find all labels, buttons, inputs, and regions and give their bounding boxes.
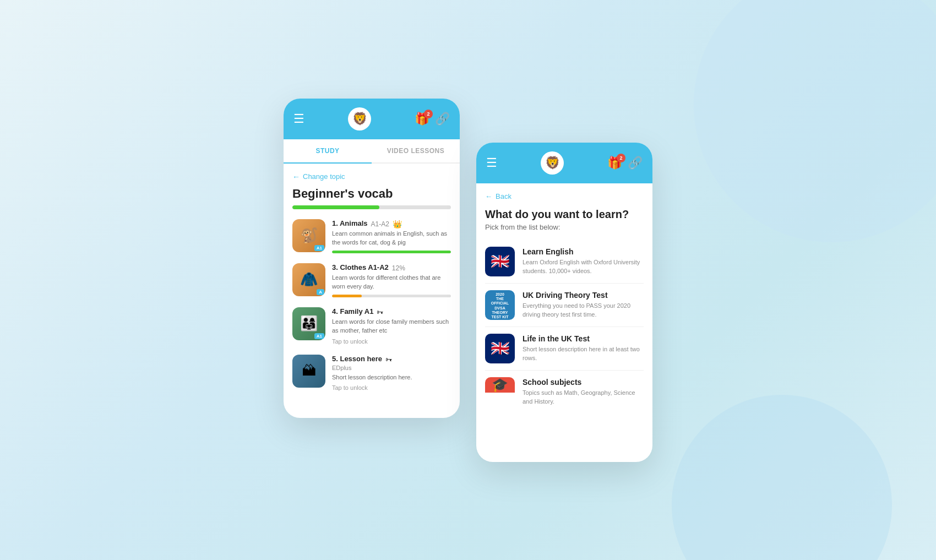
topic-info-life-uk: Life in the UK Test Short lesson descrip… bbox=[523, 334, 644, 363]
topic-item-school[interactable]: 🎓 School subjects Topics such as Math, G… bbox=[485, 371, 644, 414]
main-progress-bar bbox=[292, 205, 451, 209]
back-link[interactable]: ← Back bbox=[485, 192, 644, 200]
back-arrow-icon-right: ← bbox=[485, 192, 492, 200]
lesson-item-family[interactable]: 👨‍👩‍👧 A1 4. Family A1 🗝 Learn words for … bbox=[292, 307, 451, 345]
tab-study[interactable]: STUDY bbox=[284, 139, 372, 164]
school-thumb-visual: 🎓 bbox=[485, 377, 515, 393]
lesson-progress-clothes bbox=[332, 295, 451, 297]
uk-flag-1 bbox=[485, 247, 515, 276]
back-arrow-icon: ← bbox=[292, 172, 300, 181]
trophy-icon: 👑 bbox=[393, 220, 402, 229]
screens-container: ☰ 🦁 🎁 2 🔗 STUDY VIDEO LESSONS ← Change t… bbox=[284, 99, 652, 462]
lesson-desc-animals: Learn common animals in English, such as… bbox=[332, 229, 451, 247]
topic-info-school: School subjects Topics such as Math, Geo… bbox=[523, 378, 644, 406]
lesson-desc-family: Learn words for close family members suc… bbox=[332, 317, 451, 335]
topic-title: Beginner's vocab bbox=[292, 187, 451, 201]
right-content: ← Back What do you want to learn? Pick f… bbox=[476, 183, 652, 422]
right-phone: ☰ 🦁 🎁 2 🔗 ← Back What do you want to lea… bbox=[476, 143, 652, 462]
lesson-desc-5: Short lesson description here. bbox=[332, 373, 451, 382]
lesson-progress-animals bbox=[332, 251, 451, 253]
header-right: 🎁 2 🔗 bbox=[415, 112, 450, 126]
topic-thumb-driving: 2020 THE OFFICIAL DVSA THEORY TEST KIT bbox=[485, 290, 515, 320]
topic-thumb-school: 🎓 bbox=[485, 377, 515, 407]
topic-item-driving[interactable]: 2020 THE OFFICIAL DVSA THEORY TEST KIT U… bbox=[485, 284, 644, 327]
lesson-info-5: 5. Lesson here 🗝 EDplus Short lesson des… bbox=[332, 355, 451, 392]
driving-thumb-visual: 2020 THE OFFICIAL DVSA THEORY TEST KIT bbox=[485, 290, 515, 320]
what-title: What do you want to learn? bbox=[485, 208, 644, 221]
topic-item-learn-english[interactable]: Learn English Learn Oxford English with … bbox=[485, 240, 644, 284]
lesson-number-5: 5. Lesson here bbox=[332, 355, 382, 363]
tap-unlock-5: Tap to unlock bbox=[332, 384, 451, 391]
level-badge-a1: A1 bbox=[314, 245, 324, 251]
lesson-number-4: 4. Family A1 bbox=[332, 307, 373, 316]
tab-bar: STUDY VIDEO LESSONS bbox=[284, 139, 460, 164]
topic-thumb-life-uk bbox=[485, 334, 515, 363]
topic-name-school: School subjects bbox=[523, 378, 644, 387]
lesson-title-row-clothes: 3. Clothes A1-A2 12% bbox=[332, 263, 451, 273]
uk-flag-2 bbox=[485, 334, 515, 363]
lesson-thumb-5: 🏔 bbox=[292, 355, 325, 388]
lesson-title-row-family: 4. Family A1 🗝 bbox=[332, 307, 451, 317]
right-menu-icon[interactable]: ☰ bbox=[486, 156, 497, 170]
topic-info-driving: UK Driving Theory Test Everything you ne… bbox=[523, 291, 644, 319]
topic-desc-learn-english: Learn Oxford English with Oxford Univers… bbox=[523, 258, 644, 276]
right-avatar: 🦁 bbox=[541, 151, 564, 175]
lesson-thumb-animals: 🐒 A1 bbox=[292, 219, 325, 252]
left-phone: ☰ 🦁 🎁 2 🔗 STUDY VIDEO LESSONS ← Change t… bbox=[284, 99, 460, 418]
lesson-number-1: 1. Animals bbox=[332, 219, 368, 227]
change-topic-link[interactable]: ← Change topic bbox=[292, 172, 451, 181]
change-topic-label: Change topic bbox=[303, 172, 345, 181]
lesson-item-clothes[interactable]: 🧥 A 3. Clothes A1-A2 12% Learn words for… bbox=[292, 263, 451, 297]
lesson-progress-fill-animals bbox=[332, 251, 451, 253]
topic-desc-driving: Everything you need to PASS your 2020 dr… bbox=[523, 301, 644, 319]
tab-video-lessons[interactable]: VIDEO LESSONS bbox=[372, 139, 460, 162]
level-tag-a1a2: A1-A2 bbox=[371, 220, 389, 228]
back-label: Back bbox=[496, 192, 511, 200]
topic-thumb-learn-english bbox=[485, 247, 515, 276]
lesson-number-3: 3. Clothes A1-A2 bbox=[332, 263, 389, 271]
lesson-item-animals[interactable]: 🐒 A1 1. Animals A1-A2 👑 Learn common ani… bbox=[292, 219, 451, 253]
topic-name-life-uk: Life in the UK Test bbox=[523, 334, 644, 343]
right-header-right: 🎁 2 🔗 bbox=[607, 156, 643, 170]
percent-tag: 12% bbox=[392, 264, 405, 272]
link-icon[interactable]: 🔗 bbox=[435, 112, 450, 126]
right-badge-icon[interactable]: 🎁 2 bbox=[607, 156, 622, 170]
lesson-thumb-clothes: 🧥 A bbox=[292, 263, 325, 296]
badge-icon[interactable]: 🎁 2 bbox=[415, 112, 429, 126]
tap-unlock-family: Tap to unlock bbox=[332, 338, 451, 345]
lesson-info-family: 4. Family A1 🗝 Learn words for close fam… bbox=[332, 307, 451, 345]
lesson-title-row: 1. Animals A1-A2 👑 bbox=[332, 219, 451, 229]
lesson-progress-fill-clothes bbox=[332, 295, 362, 297]
main-progress-fill bbox=[292, 205, 379, 209]
avatar: 🦁 bbox=[348, 107, 371, 131]
lesson-thumb-family: 👨‍👩‍👧 A1 bbox=[292, 307, 325, 340]
lesson-info-clothes: 3. Clothes A1-A2 12% Learn words for dif… bbox=[332, 263, 451, 297]
topic-desc-school: Topics such as Math, Geography, Science … bbox=[523, 388, 644, 406]
left-header: ☰ 🦁 🎁 2 🔗 bbox=[284, 99, 460, 139]
right-badge-count: 2 bbox=[617, 154, 625, 162]
pick-label: Pick from the list below: bbox=[485, 223, 644, 231]
topic-item-life-uk[interactable]: Life in the UK Test Short lesson descrip… bbox=[485, 327, 644, 371]
right-link-icon[interactable]: 🔗 bbox=[628, 156, 643, 170]
topic-info-learn-english: Learn English Learn Oxford English with … bbox=[523, 247, 644, 276]
right-header: ☰ 🦁 🎁 2 🔗 bbox=[476, 143, 652, 183]
lesson-info-animals: 1. Animals A1-A2 👑 Learn common animals … bbox=[332, 219, 451, 253]
menu-icon[interactable]: ☰ bbox=[293, 112, 304, 126]
topic-name-learn-english: Learn English bbox=[523, 247, 644, 256]
key-icon-5: 🗝 bbox=[385, 356, 392, 363]
key-icon-family: 🗝 bbox=[377, 308, 383, 316]
topic-desc-life-uk: Short lesson description here in at leas… bbox=[523, 345, 644, 363]
badge-count: 2 bbox=[424, 110, 433, 118]
left-content: ← Change topic Beginner's vocab 🐒 A1 1. … bbox=[284, 164, 460, 410]
lesson-item-5[interactable]: 🏔 5. Lesson here 🗝 EDplus Short lesson d… bbox=[292, 355, 451, 392]
topic-name-driving: UK Driving Theory Test bbox=[523, 291, 644, 300]
edplus-tag: EDplus bbox=[332, 365, 451, 371]
level-badge-a: A bbox=[317, 289, 324, 295]
lesson-title-row-5: 5. Lesson here 🗝 bbox=[332, 355, 451, 365]
lesson-desc-clothes: Learn words for different clothes that a… bbox=[332, 273, 451, 291]
level-badge-a1-family: A1 bbox=[314, 333, 324, 339]
